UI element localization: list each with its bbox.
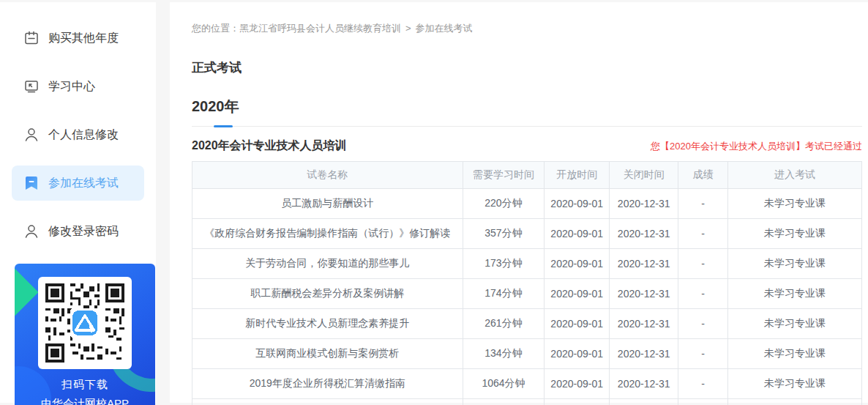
paper-name: 关于劳动合同，你要知道的那些事儿 [192,249,463,279]
open-time: 2020-09-01 [545,339,610,369]
close-time: 2020-12-31 [610,189,678,219]
qr-caption-line1: 扫码下载 [15,378,155,392]
training-title: 2020年会计专业技术人员培训 [192,138,347,154]
sidebar-item-label: 参加在线考试 [48,176,119,191]
exam-passed-notice: 您【2020年会计专业技术人员培训】考试已经通过 [651,140,862,153]
close-time: 2020-12-31 [610,219,678,249]
required-time: 173分钟 [463,249,545,279]
score: - [678,249,728,279]
open-time: 2020-09-01 [545,189,610,219]
open-time: 2020-09-01 [545,399,610,405]
enter-exam-status: 未学习专业课 [727,189,861,219]
sidebar-item-label: 学习中心 [48,79,95,94]
table-header-row: 试卷名称 需要学习时间 开放时间 关闭时间 成绩 进入考试 [192,162,862,189]
enter-exam-status: 未学习专业课 [727,369,861,399]
required-time: 134分钟 [463,339,545,369]
bookmark-icon [23,175,40,191]
paper-name: 财务云的应用与发展 [192,399,463,405]
breadcrumb-root-link[interactable]: 黑龙江省呼玛县会计人员继续教育培训 [239,23,401,34]
close-time: 2020-12-31 [610,309,678,339]
paper-name: 职工薪酬税会差异分析及案例讲解 [192,279,463,309]
score: - [678,399,728,405]
enter-exam-status: 未学习专业课 [727,249,861,279]
score: - [678,309,728,339]
app-download-qr-card: 扫码下载 中华会计网校APP [15,264,155,405]
close-time: 2020-12-31 [610,279,678,309]
table-row: 员工激励与薪酬设计 220分钟 2020-09-01 2020-12-31 - … [192,189,862,219]
paper-name: 《政府综合财务报告编制操作指南（试行）》修订解读 [192,219,463,249]
paper-name: 员工激励与薪酬设计 [192,189,463,219]
table-row: 职工薪酬税会差异分析及案例讲解 174分钟 2020-09-01 2020-12… [192,279,862,309]
close-time: 2020-12-31 [610,249,678,279]
table-row: 新时代专业技术人员新理念素养提升 261分钟 2020-09-01 2020-1… [192,309,862,339]
monitor-icon [23,78,40,94]
breadcrumb-label: 您的位置： [192,23,239,34]
paper-name: 2019年度企业所得税汇算清缴指南 [192,369,463,399]
breadcrumb-current: 参加在线考试 [416,23,473,34]
col-header-enter-exam: 进入考试 [727,162,861,189]
enter-exam-status: 未学习专业课 [727,399,861,405]
page: 购买其他年度 学习中心 个人信息修改 [0,0,868,403]
table-row: 关于劳动合同，你要知道的那些事儿 173分钟 2020-09-01 2020-1… [192,249,862,279]
close-time: 2020-12-31 [610,369,678,399]
close-time: 2020-12-31 [610,399,678,405]
table-row: 2019年度企业所得税汇算清缴指南 1064分钟 2020-09-01 2020… [192,369,862,399]
col-header-required-time: 需要学习时间 [463,162,545,189]
table-row: 《政府综合财务报告编制操作指南（试行）》修订解读 357分钟 2020-09-0… [192,219,862,249]
open-time: 2020-09-01 [545,279,610,309]
score: - [678,369,728,399]
paper-name: 互联网商业模式创新与案例赏析 [192,339,463,369]
required-time: 357分钟 [463,219,545,249]
col-header-open-time: 开放时间 [545,162,610,189]
enter-exam-status: 未学习专业课 [727,339,861,369]
sidebar-item-learning-center[interactable]: 学习中心 [0,69,156,104]
user-icon [23,127,40,143]
training-header-row: 2020年会计专业技术人员培训 您【2020年会计专业技术人员培训】考试已经通过 [192,138,862,154]
table-row: 互联网商业模式创新与案例赏析 134分钟 2020-09-01 2020-12-… [192,339,862,369]
close-time: 2020-12-31 [610,339,678,369]
score: - [678,279,728,309]
breadcrumb-separator: > [405,23,411,34]
col-header-score: 成绩 [678,162,728,189]
table-row: 财务云的应用与发展 113分钟 2020-09-01 2020-12-31 - … [192,399,862,405]
page-title: 正式考试 [192,59,862,76]
sidebar-item-label: 修改登录密码 [48,224,119,239]
open-time: 2020-09-01 [545,369,610,399]
open-time: 2020-09-01 [545,309,610,339]
open-time: 2020-09-01 [545,249,610,279]
year-tab-indicator [214,125,233,127]
score: - [678,339,728,369]
tab-year-2020[interactable]: 2020年 [192,97,239,116]
required-time: 174分钟 [463,279,545,309]
qr-code [38,277,132,369]
sidebar-item-label: 购买其他年度 [48,31,119,46]
sidebar-item-edit-profile[interactable]: 个人信息修改 [0,117,156,152]
sidebar-item-label: 个人信息修改 [48,127,119,143]
score: - [678,189,728,219]
required-time: 113分钟 [463,399,545,405]
sidebar-item-change-password[interactable]: 修改登录密码 [0,214,156,249]
qr-deco-triangle [15,268,39,316]
paper-name: 新时代专业技术人员新理念素养提升 [192,309,463,339]
enter-exam-status: 未学习专业课 [727,309,861,339]
col-header-paper-name: 试卷名称 [192,162,463,189]
year-tabs-bar: 2020年 [192,97,862,127]
enter-exam-status: 未学习专业课 [727,219,861,249]
user-icon [23,223,40,239]
breadcrumb: 您的位置：黑龙江省呼玛县会计人员继续教育培训>参加在线考试 [192,22,862,35]
open-time: 2020-09-01 [545,219,610,249]
qr-caption-line2: 中华会计网校APP [15,397,155,405]
sidebar-item-buy-other-years[interactable]: 购买其他年度 [0,21,156,56]
sidebar: 购买其他年度 学习中心 个人信息修改 [0,2,156,403]
sidebar-item-online-exam[interactable]: 参加在线考试 [12,166,144,201]
score: - [678,219,728,249]
enter-exam-status: 未学习专业课 [727,279,861,309]
required-time: 1064分钟 [463,369,545,399]
required-time: 220分钟 [463,189,545,219]
main-content: 您的位置：黑龙江省呼玛县会计人员继续教育培训>参加在线考试 正式考试 2020年… [170,2,868,403]
calendar-icon [23,30,40,46]
exam-table: 试卷名称 需要学习时间 开放时间 关闭时间 成绩 进入考试 员工激励与薪酬设计 … [192,161,862,405]
col-header-close-time: 关闭时间 [610,162,678,189]
required-time: 261分钟 [463,309,545,339]
